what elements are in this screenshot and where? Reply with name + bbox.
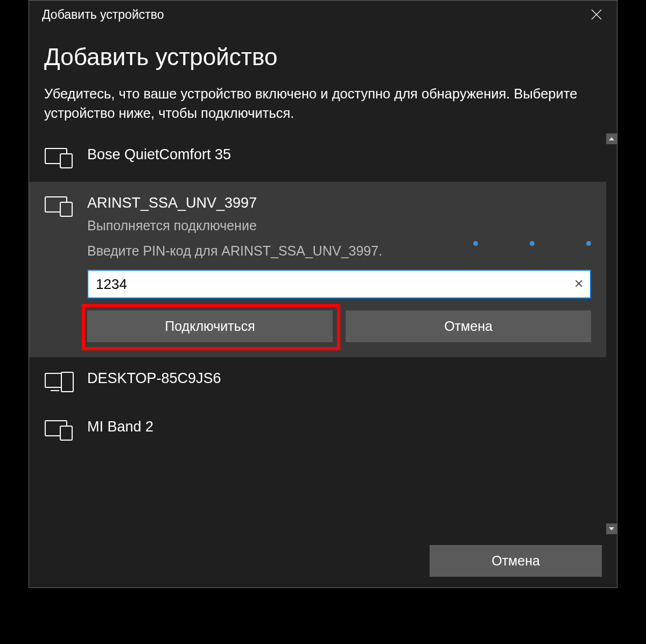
device-name: DESKTOP-85C9JS6 (87, 370, 591, 387)
chevron-down-icon (608, 526, 615, 532)
device-icon (44, 196, 74, 217)
dialog-footer: Отмена (29, 534, 617, 588)
dialog-header: Добавить устройство Убедитесь, что ваше … (29, 29, 617, 133)
svg-rect-3 (60, 154, 72, 168)
device-body: Bose QuietComfort 35 (87, 146, 591, 163)
device-icon (44, 147, 74, 169)
add-device-dialog: Добавить устройство Добавить устройство … (29, 0, 617, 588)
device-name: MI Band 2 (87, 419, 591, 435)
device-name: Bose QuietComfort 35 (87, 146, 591, 163)
svg-rect-10 (60, 426, 72, 440)
svg-rect-7 (61, 372, 73, 392)
dialog-content: Добавить устройство Убедитесь, что ваше … (29, 29, 617, 588)
close-button[interactable] (585, 3, 608, 26)
device-body: MI Band 2 (87, 419, 591, 435)
device-item[interactable]: Bose QuietComfort 35 (29, 133, 606, 182)
device-list-wrapper: Bose QuietComfort 35 ARINST_SSA_UNV_3997… (29, 133, 617, 534)
close-icon (591, 9, 602, 20)
pin-input[interactable] (87, 270, 591, 299)
device-status: Выполняется подключение (87, 218, 591, 233)
device-cancel-button[interactable]: Отмена (346, 310, 591, 342)
titlebar: Добавить устройство (29, 1, 617, 29)
device-body: ARINST_SSA_UNV_3997 Выполняется подключе… (87, 195, 591, 344)
progress-indicator (473, 241, 591, 246)
pc-icon (44, 371, 74, 393)
device-list: Bose QuietComfort 35 ARINST_SSA_UNV_3997… (29, 133, 606, 534)
cancel-button[interactable]: Отмена (430, 545, 602, 577)
dialog-description: Убедитесь, что ваше устройство включено … (44, 84, 602, 123)
device-body: DESKTOP-85C9JS6 (87, 370, 591, 387)
device-name: ARINST_SSA_UNV_3997 (87, 195, 591, 211)
device-item-selected[interactable]: ARINST_SSA_UNV_3997 Выполняется подключе… (29, 182, 606, 357)
svg-rect-5 (60, 202, 72, 216)
svg-marker-11 (609, 137, 614, 140)
scroll-down-button[interactable] (606, 523, 617, 534)
chevron-up-icon (608, 136, 615, 142)
device-actions: Подключиться Отмена (87, 310, 591, 342)
window-title: Добавить устройство (42, 8, 164, 22)
device-icon (44, 420, 74, 441)
clear-input-button[interactable]: ✕ (574, 277, 584, 291)
svg-marker-12 (609, 527, 614, 530)
device-item[interactable]: DESKTOP-85C9JS6 (29, 357, 606, 406)
dialog-heading: Добавить устройство (44, 44, 602, 70)
scrollbar[interactable] (606, 133, 617, 534)
pin-row: ✕ (87, 270, 591, 299)
scroll-up-button[interactable] (606, 133, 617, 144)
device-item[interactable]: MI Band 2 (29, 406, 606, 454)
connect-button[interactable]: Подключиться (87, 310, 333, 342)
